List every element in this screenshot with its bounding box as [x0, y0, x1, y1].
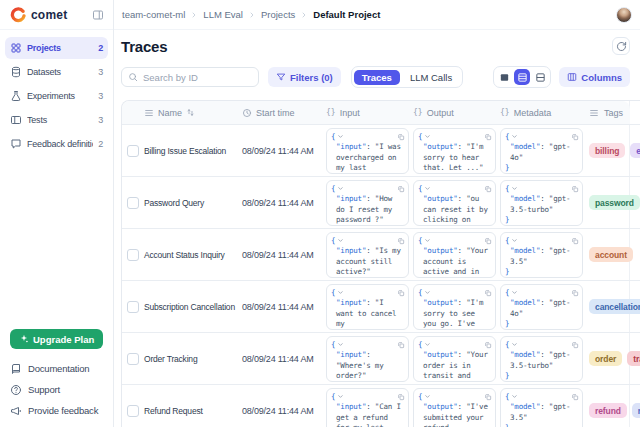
chevron-down-icon[interactable] — [511, 185, 518, 192]
sidebar-item-documentation[interactable]: Documentation — [0, 358, 113, 379]
row-checkbox[interactable] — [127, 145, 139, 157]
trace-name[interactable]: Account Status Inquiry — [144, 250, 229, 260]
copy-icon[interactable] — [397, 185, 405, 193]
refresh-button[interactable] — [612, 37, 630, 55]
input-json-cell[interactable]: { "input": "Is my account still active?"… — [326, 232, 409, 278]
copy-icon[interactable] — [484, 237, 492, 245]
chevron-down-icon[interactable] — [424, 237, 431, 244]
row-checkbox[interactable] — [127, 405, 139, 417]
tag-chip[interactable]: refund — [589, 403, 627, 418]
output-json-cell[interactable]: { "output": "Your account is active and … — [413, 232, 496, 278]
chevron-down-icon[interactable] — [511, 133, 518, 140]
sidebar-item-provide-feedback[interactable]: Provide feedback — [0, 400, 113, 421]
copy-icon[interactable] — [571, 237, 579, 245]
trace-name[interactable]: Refund Request — [144, 406, 207, 416]
metadata-json-cell[interactable]: { "model": "gpt-3.5" } — [500, 388, 583, 427]
row-checkbox[interactable] — [127, 301, 139, 313]
chevron-down-icon[interactable] — [424, 393, 431, 400]
sidebar-collapse-icon[interactable] — [92, 9, 104, 21]
trace-name[interactable]: Order Tracking — [144, 354, 201, 364]
copy-icon[interactable] — [484, 133, 492, 141]
chevron-down-icon[interactable] — [337, 185, 344, 192]
metadata-json-cell[interactable]: { "model": "gpt-3.5-turbo" } — [500, 336, 583, 382]
chevron-down-icon[interactable] — [337, 289, 344, 296]
output-json-cell[interactable]: { "output": "I've submitted your refund … — [413, 388, 496, 427]
tab-traces[interactable]: Traces — [354, 70, 400, 85]
copy-icon[interactable] — [571, 185, 579, 193]
tag-chip[interactable]: account — [589, 247, 633, 262]
chevron-down-icon[interactable] — [511, 393, 518, 400]
column-header-name[interactable]: Name — [144, 108, 242, 118]
metadata-json-cell[interactable]: { "model": "gpt-4o" } — [500, 284, 583, 330]
user-avatar[interactable] — [616, 7, 632, 23]
column-header-input[interactable]: {} Input — [326, 101, 413, 124]
breadcrumb-llm-eval[interactable]: LLM Eval — [203, 9, 243, 20]
row-checkbox[interactable] — [127, 197, 139, 209]
upgrade-plan-button[interactable]: Upgrade Plan — [10, 329, 103, 349]
chevron-down-icon[interactable] — [424, 289, 431, 296]
input-json-cell[interactable]: { "input": "I want to cancel my subscrip… — [326, 284, 409, 330]
row-height-small-button[interactable] — [496, 69, 512, 85]
columns-button[interactable]: Columns — [559, 67, 630, 87]
row-checkbox[interactable] — [127, 249, 139, 261]
sidebar-item-support[interactable]: Support — [0, 379, 113, 400]
row-checkbox[interactable] — [127, 353, 139, 365]
copy-icon[interactable] — [397, 393, 405, 401]
chevron-down-icon[interactable] — [337, 133, 344, 140]
sort-icon[interactable] — [186, 108, 195, 117]
metadata-json-cell[interactable]: { "model": "gpt-4o" } — [500, 128, 583, 174]
column-header-output[interactable]: {} Output — [413, 101, 500, 124]
chevron-down-icon[interactable] — [337, 393, 344, 400]
chevron-down-icon[interactable] — [424, 133, 431, 140]
row-height-large-button[interactable] — [532, 69, 548, 85]
input-json-cell[interactable]: { "input": "How do I reset my password ?… — [326, 180, 409, 226]
input-json-cell[interactable]: { "input": "Where's my order?" } — [326, 336, 409, 382]
tag-chip[interactable]: password — [589, 195, 640, 210]
copy-icon[interactable] — [571, 393, 579, 401]
copy-icon[interactable] — [571, 133, 579, 141]
tag-chip[interactable]: tracking — [627, 351, 640, 366]
sidebar-item-datasets[interactable]: Datasets 3 — [5, 61, 108, 83]
copy-icon[interactable] — [397, 289, 405, 297]
sidebar-item-feedback-definitions[interactable]: Feedback definitions 2 — [5, 133, 108, 155]
column-header-metadata[interactable]: {} Metadata — [500, 101, 587, 124]
chevron-down-icon[interactable] — [337, 341, 344, 348]
chevron-down-icon[interactable] — [511, 341, 518, 348]
tag-chip[interactable]: escalation — [630, 143, 640, 158]
copy-icon[interactable] — [571, 341, 579, 349]
filters-button[interactable]: Filters (0) — [268, 67, 341, 87]
chevron-down-icon[interactable] — [511, 237, 518, 244]
output-json-cell[interactable]: { "output": "Your order is in transit an… — [413, 336, 496, 382]
tag-chip[interactable]: cancellation — [589, 299, 640, 314]
tab-llm-calls[interactable]: LLM Calls — [402, 70, 460, 85]
trace-name[interactable]: Billing Issue Escalation — [144, 146, 230, 156]
copy-icon[interactable] — [484, 289, 492, 297]
output-json-cell[interactable]: { "output": "ou can reset it by clicking… — [413, 180, 496, 226]
copy-icon[interactable] — [571, 289, 579, 297]
breadcrumb-workspace[interactable]: team-comet-ml — [122, 9, 185, 20]
chevron-down-icon[interactable] — [511, 289, 518, 296]
input-json-cell[interactable]: { "input": "Can I get a refund for my la… — [326, 388, 409, 427]
breadcrumb-projects[interactable]: Projects — [261, 9, 295, 20]
tag-chip[interactable]: order — [589, 351, 622, 366]
copy-icon[interactable] — [397, 341, 405, 349]
select-all-checkbox[interactable] — [127, 107, 139, 119]
metadata-json-cell[interactable]: { "model": "gpt-3.5" } — [500, 232, 583, 278]
chevron-down-icon[interactable] — [337, 237, 344, 244]
search-input[interactable] — [143, 72, 252, 83]
output-json-cell[interactable]: { "output": "I'm sorry to hear that. Let… — [413, 128, 496, 174]
trace-name[interactable]: Password Query — [144, 198, 208, 208]
tag-chip[interactable]: request — [632, 403, 640, 418]
chevron-down-icon[interactable] — [424, 185, 431, 192]
input-json-cell[interactable]: { "input": "I was overcharged on my last… — [326, 128, 409, 174]
column-header-tags[interactable]: Tags — [587, 108, 640, 118]
copy-icon[interactable] — [397, 133, 405, 141]
sidebar-item-tests[interactable]: Tests 3 — [5, 109, 108, 131]
copy-icon[interactable] — [484, 393, 492, 401]
metadata-json-cell[interactable]: { "model": "gpt-3.5-turbo" } — [500, 180, 583, 226]
row-height-medium-button[interactable] — [514, 69, 530, 85]
output-json-cell[interactable]: { "output": "I'm sorry to see you go. I'… — [413, 284, 496, 330]
chevron-down-icon[interactable] — [424, 341, 431, 348]
sidebar-item-experiments[interactable]: Experiments 3 — [5, 85, 108, 107]
trace-name[interactable]: Subscription Cancellation — [144, 302, 239, 312]
